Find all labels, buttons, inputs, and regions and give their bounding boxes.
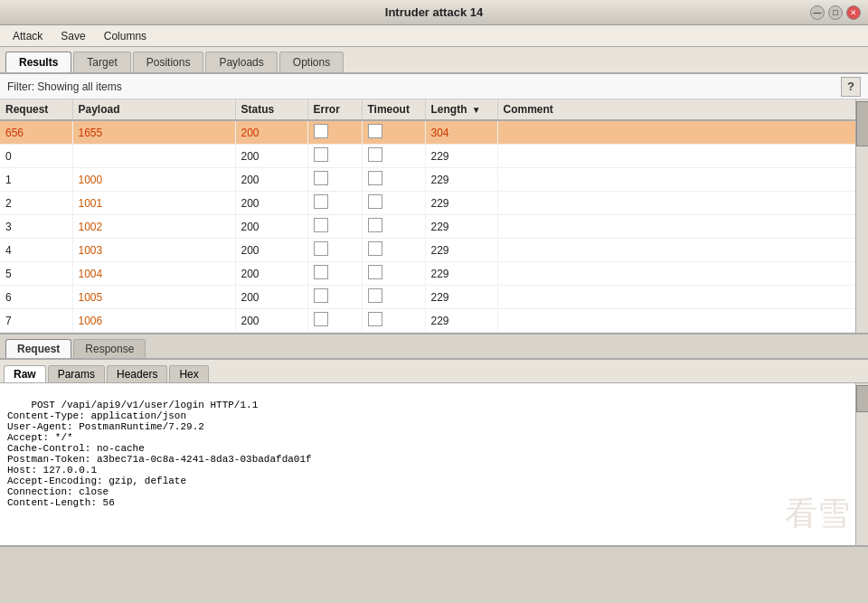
cell-payload: 1000 xyxy=(72,168,235,192)
cell-timeout xyxy=(362,120,425,145)
cell-error xyxy=(307,239,362,262)
cell-length: 229 xyxy=(425,192,497,215)
table-row[interactable]: 31002200229 xyxy=(0,215,868,239)
cell-error xyxy=(307,333,362,335)
cell-payload: 1002 xyxy=(72,215,235,239)
table-body: 6561655200304020022911000200229210012002… xyxy=(0,120,868,334)
table-row[interactable]: 51004200229 xyxy=(0,262,868,286)
maximize-button[interactable]: □ xyxy=(828,5,843,20)
table-row[interactable]: 81007200229 xyxy=(0,333,868,335)
cell-payload: 1655 xyxy=(72,120,235,145)
scrollbar-track[interactable] xyxy=(855,99,868,333)
cell-error xyxy=(307,192,362,215)
inner-tab-headers[interactable]: Headers xyxy=(107,365,167,382)
window-controls[interactable]: — □ ✕ xyxy=(810,5,861,20)
status-bar xyxy=(0,546,868,564)
help-button[interactable]: ? xyxy=(841,77,861,97)
bottom-tabs-row: Request Response xyxy=(0,334,868,360)
sort-arrow-icon: ▼ xyxy=(472,105,481,115)
cell-request: 2 xyxy=(0,192,72,215)
cell-status: 200 xyxy=(235,145,307,168)
filter-text: Filter: Showing all items xyxy=(7,80,841,93)
cell-request: 3 xyxy=(0,215,72,239)
cell-error xyxy=(307,309,362,333)
cell-status: 200 xyxy=(235,239,307,262)
code-scrollbar-thumb[interactable] xyxy=(856,385,868,412)
inner-tabs-row: Raw Params Headers Hex xyxy=(0,360,868,383)
cell-status: 200 xyxy=(235,192,307,215)
cell-request: 4 xyxy=(0,239,72,262)
cell-length: 229 xyxy=(425,333,497,335)
minimize-button[interactable]: — xyxy=(810,5,825,20)
cell-error xyxy=(307,262,362,286)
cell-timeout xyxy=(362,215,425,239)
col-header-request[interactable]: Request xyxy=(0,99,72,120)
cell-timeout xyxy=(362,168,425,192)
cell-request: 6 xyxy=(0,286,72,309)
cell-status: 200 xyxy=(235,215,307,239)
cell-error xyxy=(307,215,362,239)
cell-length: 229 xyxy=(425,239,497,262)
col-header-length[interactable]: Length ▼ xyxy=(425,99,497,120)
cell-status: 200 xyxy=(235,168,307,192)
tab-results[interactable]: Results xyxy=(5,52,71,72)
top-tabs-row: Results Target Positions Payloads Option… xyxy=(0,47,868,74)
cell-payload: 1003 xyxy=(72,239,235,262)
cell-comment xyxy=(497,286,868,309)
code-area: POST /vapi/api9/v1/user/login HTTP/1.1 C… xyxy=(0,383,868,546)
tab-target[interactable]: Target xyxy=(73,52,130,72)
cell-payload: 1004 xyxy=(72,262,235,286)
table-row[interactable]: 6561655200304 xyxy=(0,120,868,145)
tab-options[interactable]: Options xyxy=(279,52,344,72)
cell-request: 656 xyxy=(0,120,72,145)
table-row[interactable]: 71006200229 xyxy=(0,309,868,333)
cell-request: 0 xyxy=(0,145,72,168)
cell-payload: 1001 xyxy=(72,192,235,215)
cell-comment xyxy=(497,145,868,168)
cell-request: 5 xyxy=(0,262,72,286)
col-header-error[interactable]: Error xyxy=(307,99,362,120)
table-row[interactable]: 11000200229 xyxy=(0,168,868,192)
scrollbar-thumb[interactable] xyxy=(856,101,868,146)
cell-status: 200 xyxy=(235,309,307,333)
cell-comment xyxy=(497,239,868,262)
cell-length: 304 xyxy=(425,120,497,145)
menu-columns[interactable]: Columns xyxy=(95,28,156,44)
close-button[interactable]: ✕ xyxy=(846,5,861,20)
title-bar: Intruder attack 14 — □ ✕ xyxy=(0,0,868,25)
results-table: Request Payload Status Error Timeout Len… xyxy=(0,99,868,334)
tab-positions[interactable]: Positions xyxy=(133,52,204,72)
table-row[interactable]: 21001200229 xyxy=(0,192,868,215)
cell-comment xyxy=(497,120,868,145)
col-header-status[interactable]: Status xyxy=(235,99,307,120)
inner-tab-hex[interactable]: Hex xyxy=(169,365,208,382)
tab-response[interactable]: Response xyxy=(73,339,146,358)
table-row[interactable]: 0200229 xyxy=(0,145,868,168)
filter-bar: Filter: Showing all items ? xyxy=(0,74,868,99)
cell-error xyxy=(307,120,362,145)
inner-tab-raw[interactable]: Raw xyxy=(4,365,46,382)
tab-request[interactable]: Request xyxy=(5,339,71,358)
cell-payload: 1005 xyxy=(72,286,235,309)
cell-error xyxy=(307,286,362,309)
cell-error xyxy=(307,168,362,192)
code-scrollbar-track[interactable] xyxy=(855,383,868,545)
table-row[interactable]: 41003200229 xyxy=(0,239,868,262)
tab-payloads[interactable]: Payloads xyxy=(205,52,277,72)
col-header-comment[interactable]: Comment xyxy=(497,99,868,120)
cell-status: 200 xyxy=(235,286,307,309)
col-header-timeout[interactable]: Timeout xyxy=(362,99,425,120)
cell-timeout xyxy=(362,262,425,286)
table-row[interactable]: 61005200229 xyxy=(0,286,868,309)
cell-comment xyxy=(497,333,868,335)
cell-length: 229 xyxy=(425,286,497,309)
inner-tab-params[interactable]: Params xyxy=(48,365,105,382)
menu-save[interactable]: Save xyxy=(52,28,94,44)
cell-comment xyxy=(497,262,868,286)
cell-comment xyxy=(497,168,868,192)
menu-attack[interactable]: Attack xyxy=(4,28,52,44)
code-content: POST /vapi/api9/v1/user/login HTTP/1.1 C… xyxy=(7,400,312,508)
col-header-payload[interactable]: Payload xyxy=(72,99,235,120)
cell-status: 200 xyxy=(235,120,307,145)
bottom-section: Request Response Raw Params Headers Hex … xyxy=(0,334,868,546)
